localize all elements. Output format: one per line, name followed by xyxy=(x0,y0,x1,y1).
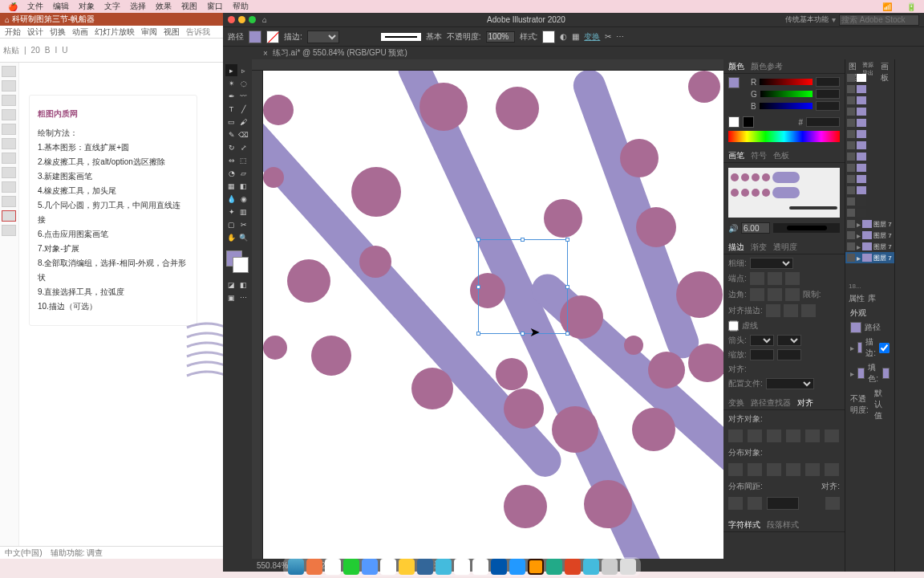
recolor-icon[interactable]: ◐ xyxy=(560,32,567,41)
gradient-tool[interactable]: ◧ xyxy=(237,180,249,192)
eye-icon[interactable] xyxy=(847,153,855,161)
tab-symbols[interactable]: 符号 xyxy=(751,150,767,161)
artboard-tool[interactable]: ▢ xyxy=(225,218,237,230)
dock-app[interactable] xyxy=(472,559,488,575)
eye-icon[interactable] xyxy=(847,197,855,206)
tab-transparency[interactable]: 透明度 xyxy=(773,242,797,253)
lasso-tool[interactable]: ◌ xyxy=(237,77,249,89)
stroke-weight-select[interactable] xyxy=(307,31,339,43)
more-icon[interactable]: ⋯ xyxy=(616,32,624,41)
menu-edit[interactable]: 编辑 xyxy=(53,1,69,12)
ppt-tab-view[interactable]: 视图 xyxy=(164,26,180,38)
dock-app[interactable] xyxy=(436,559,452,575)
eye-icon[interactable] xyxy=(847,119,855,127)
fill-stroke-indicator[interactable] xyxy=(226,250,249,273)
dock-app[interactable] xyxy=(509,559,525,575)
selection-tool[interactable]: ▸ xyxy=(225,64,237,76)
free-transform-tool[interactable]: ⬚ xyxy=(237,154,249,166)
dock-finder[interactable] xyxy=(288,559,304,575)
screen-mode-icon[interactable]: ▣ xyxy=(225,291,237,303)
dock-trash[interactable] xyxy=(620,559,636,575)
ppt-thumb[interactable] xyxy=(2,167,16,178)
scale-start[interactable] xyxy=(750,349,774,360)
ppt-paste-button[interactable]: 粘贴 xyxy=(3,45,19,56)
tab-properties[interactable]: 属性 xyxy=(849,293,865,303)
menu-type[interactable]: 文字 xyxy=(104,1,120,12)
layer-name[interactable]: 图层 7 xyxy=(873,220,892,229)
menu-file[interactable]: 文件 xyxy=(27,1,43,12)
dist-hcenter[interactable] xyxy=(805,463,820,476)
eye-icon[interactable] xyxy=(847,130,855,138)
direct-select-tool[interactable]: ▹ xyxy=(237,64,249,76)
tab-artboards[interactable]: 画板 xyxy=(881,61,891,71)
tab-layers[interactable]: 图层 xyxy=(849,61,859,71)
curvature-tool[interactable]: 〰 xyxy=(237,90,249,102)
align-center[interactable] xyxy=(766,304,780,317)
zoom-tool[interactable]: 🔍 xyxy=(237,231,249,243)
align-right[interactable] xyxy=(767,429,781,442)
type-tool[interactable]: T xyxy=(225,103,237,115)
symbol-sprayer-tool[interactable]: ✦ xyxy=(225,206,237,218)
tab-asset-export[interactable]: 资源导出 xyxy=(862,61,877,71)
fill-indicator[interactable] xyxy=(728,77,740,88)
b-input[interactable] xyxy=(816,101,840,111)
align-inside[interactable] xyxy=(784,304,798,317)
cap-butt[interactable] xyxy=(750,272,764,285)
brush-size-input[interactable] xyxy=(741,222,770,234)
ppt-thumb[interactable] xyxy=(2,153,16,164)
eye-icon[interactable] xyxy=(847,220,855,228)
ppt-ribbon-tabs[interactable]: 开始 设计 切换 动画 幻灯片放映 审阅 视图 告诉我 xyxy=(0,26,223,39)
dock-wechat[interactable] xyxy=(343,559,359,575)
ppt-thumb[interactable] xyxy=(2,80,16,92)
dock-app[interactable] xyxy=(491,559,507,575)
ppt-tab-review[interactable]: 审阅 xyxy=(141,26,157,38)
eye-icon[interactable] xyxy=(847,209,855,217)
mesh-tool[interactable]: ▦ xyxy=(225,180,237,192)
ppt-italic-icon[interactable]: I xyxy=(55,46,57,55)
align-vcenter[interactable] xyxy=(805,429,820,442)
rotate-tool[interactable]: ↻ xyxy=(225,141,237,153)
battery-icon[interactable]: 🔋 xyxy=(906,2,916,11)
dock-app[interactable] xyxy=(306,559,322,575)
fill-color[interactable] xyxy=(882,368,890,379)
eye-icon[interactable] xyxy=(847,96,855,104)
ppt-tab-anim[interactable]: 动画 xyxy=(72,26,88,38)
dist-left[interactable] xyxy=(786,463,800,476)
menu-view[interactable]: 视图 xyxy=(181,1,197,12)
eye-icon[interactable] xyxy=(847,186,855,194)
document-tab[interactable]: × 练习.ai* @ 550.84% (RGB/GPU 预览) xyxy=(223,47,924,59)
dist-right[interactable] xyxy=(825,463,839,476)
dock-app[interactable] xyxy=(454,559,470,575)
spacing-input[interactable] xyxy=(767,497,799,510)
stroke-swatch[interactable] xyxy=(266,31,279,43)
g-input[interactable] xyxy=(816,89,840,99)
wifi-icon[interactable]: 📶 xyxy=(882,2,892,11)
ppt-home-icon[interactable]: ⌂ xyxy=(5,15,10,24)
artboard[interactable]: ➤ xyxy=(263,71,723,559)
eye-icon[interactable] xyxy=(847,242,855,250)
apple-icon[interactable]: 🍎 xyxy=(8,2,18,11)
tab-char-styles[interactable]: 字符样式 xyxy=(728,519,760,531)
ppt-lang[interactable]: 中文(中国) xyxy=(5,547,43,559)
ruler-vertical[interactable] xyxy=(252,71,263,559)
gradient-mode-icon[interactable]: ◧ xyxy=(237,279,249,291)
tab-stroke[interactable]: 描边 xyxy=(728,242,744,253)
corner-round[interactable] xyxy=(768,288,782,301)
collapsed-panels[interactable] xyxy=(895,59,924,572)
ppt-underline-icon[interactable]: U xyxy=(62,46,67,55)
dock-powerpoint[interactable] xyxy=(565,559,581,575)
dist-vcenter[interactable] xyxy=(748,463,762,476)
eye-icon[interactable] xyxy=(847,231,855,239)
macos-dock[interactable] xyxy=(283,557,641,576)
pen-tool[interactable]: ✒ xyxy=(225,90,237,102)
tab-libraries[interactable]: 库 xyxy=(868,293,876,303)
scale-end[interactable] xyxy=(777,349,801,360)
opacity-value[interactable]: 默认值 xyxy=(874,388,890,421)
magic-wand-tool[interactable]: ✴ xyxy=(225,77,237,89)
tab-gradient[interactable]: 渐变 xyxy=(751,242,767,253)
scale-tool[interactable]: ⤢ xyxy=(237,141,249,153)
ppt-accessibility[interactable]: 辅助功能: 调查 xyxy=(51,547,103,559)
graph-tool[interactable]: ▥ xyxy=(237,206,249,218)
tab-pathfinder[interactable]: 路径查找器 xyxy=(751,397,791,409)
eye-icon[interactable] xyxy=(847,164,855,172)
